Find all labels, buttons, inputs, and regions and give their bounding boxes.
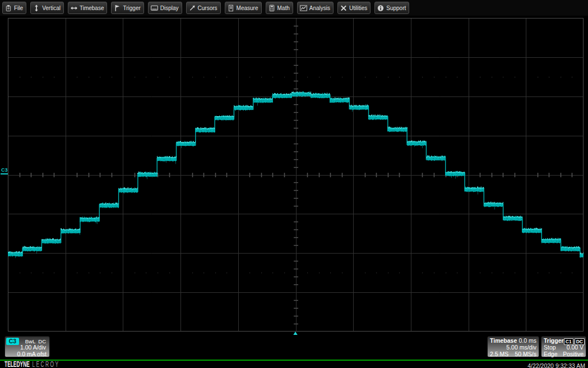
menu-button-vertical[interactable]: Vertical <box>30 2 64 14</box>
menu-button-label: Timebase <box>80 5 104 11</box>
info-icon <box>377 4 384 12</box>
horizontal-arrows-icon <box>71 4 77 12</box>
menu-button-label: File <box>14 5 23 11</box>
menu-button-math[interactable]: Math <box>266 2 293 14</box>
file-icon <box>5 4 12 12</box>
status-bar: C3 BwL DC 1.00 A/div 0.0 mA ofst Timebas… <box>0 335 588 368</box>
display-icon <box>151 4 158 12</box>
menu-button-label: Support <box>386 5 406 11</box>
chart-icon <box>300 4 307 12</box>
channel-scale: 1.00 A/div <box>20 344 46 351</box>
brand-secondary: LECROY <box>33 360 60 368</box>
menu-bar: File Vertical Timebase Trigger Display C… <box>0 0 588 16</box>
calculator-icon <box>268 4 275 12</box>
channel-zero-level-marker[interactable] <box>1 173 8 174</box>
menu-button-label: Measure <box>237 5 258 11</box>
timebase-label: Timebase <box>490 338 517 344</box>
trigger-descriptor[interactable]: Trigger C1 DC Stop 0.00 V Edge Positive <box>541 336 586 357</box>
vertical-arrows-icon <box>33 4 40 12</box>
timebase-delay: 0.0 ms <box>518 338 536 344</box>
trigger-slope: Positive <box>563 351 584 357</box>
menu-button-label: Trigger <box>123 5 140 11</box>
menu-button-label: Utilities <box>349 5 367 11</box>
menu-button-cursors[interactable]: Cursors <box>186 2 221 14</box>
cursor-arrow-icon <box>189 4 196 12</box>
menu-button-analysis[interactable]: Analysis <box>297 2 334 14</box>
menu-button-measure[interactable]: Measure <box>225 2 262 14</box>
channel-zero-level-label[interactable]: C3 <box>1 168 8 173</box>
channel-badge: C3 <box>6 338 19 345</box>
menu-button-support[interactable]: Support <box>374 2 409 14</box>
menu-button-file[interactable]: File <box>2 2 26 14</box>
menu-button-label: Vertical <box>42 5 61 11</box>
trigger-level: 0.00 V <box>567 344 584 351</box>
timebase-descriptor[interactable]: Timebase 0.0 ms 5.00 ms/div 2.5 MS 50 MS… <box>487 336 539 357</box>
waveform-grid-canvas[interactable] <box>0 16 588 335</box>
timebase-scale: 5.00 ms/div <box>506 344 536 351</box>
trigger-flag-icon <box>114 4 121 12</box>
menu-button-label: Math <box>277 5 290 11</box>
menu-button-timebase[interactable]: Timebase <box>68 2 108 14</box>
separator-line <box>0 360 588 361</box>
menu-button-trigger[interactable]: Trigger <box>111 2 143 14</box>
waveform-display: C3 <box>0 16 588 335</box>
tools-icon <box>340 4 347 12</box>
channel-offset: 0.0 mA ofst <box>17 351 47 357</box>
trigger-label: Trigger <box>544 338 564 344</box>
menu-button-display[interactable]: Display <box>148 2 182 14</box>
trigger-mode: Stop <box>544 344 556 351</box>
menu-button-label: Display <box>160 5 179 11</box>
oscilloscope-app: File Vertical Timebase Trigger Display C… <box>0 0 588 368</box>
measure-icon <box>228 4 234 12</box>
datetime: 4/22/2020 9:32:33 AM <box>527 362 585 368</box>
trigger-type: Edge <box>544 351 558 357</box>
brand-primary: TELEDYNE <box>4 360 30 368</box>
timebase-samples: 2.5 MS <box>490 351 508 357</box>
timebase-samplerate: 50 MS/s <box>515 351 536 357</box>
channel-descriptor-c3[interactable]: C3 BwL DC 1.00 A/div 0.0 mA ofst <box>4 336 50 357</box>
menu-button-label: Analysis <box>309 5 330 11</box>
menu-button-utilities[interactable]: Utilities <box>337 2 371 14</box>
brand-logo: TELEDYNE LECROY <box>4 361 59 368</box>
menu-button-label: Cursors <box>198 5 217 11</box>
